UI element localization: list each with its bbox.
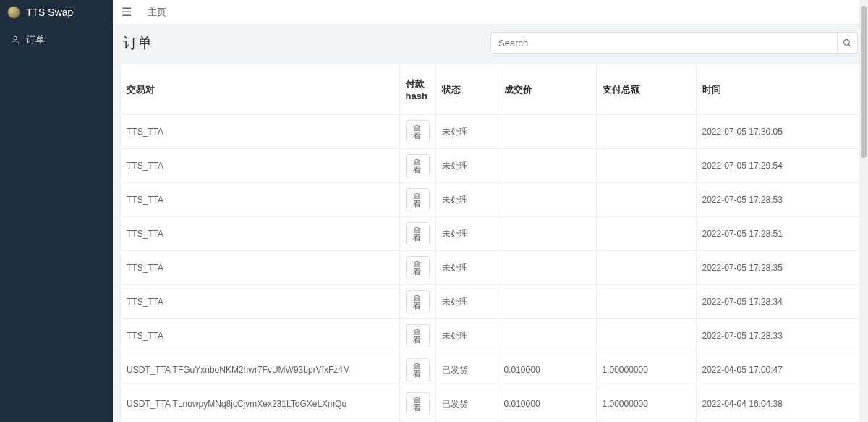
- view-button[interactable]: 查看: [406, 154, 430, 177]
- cell-pair: TTS_TTA: [121, 285, 399, 319]
- svg-point-0: [14, 36, 17, 40]
- th-hash: 付款hash: [399, 64, 435, 115]
- page-title: 订单: [123, 33, 152, 53]
- table-row: USDT_TTA TLnowpyMNq8jcCjvmXex231LToGXeLX…: [121, 387, 860, 421]
- cell-hash: 查看: [399, 183, 435, 217]
- orders-table: 交易对 付款hash 状态 成交价 支付总额 时间 TTS_TTA 查看 未处理…: [121, 64, 860, 422]
- table-row: USDT_TTA TFGuYxnboNKM2hwr7FvUMW93bprVfxF…: [121, 353, 860, 387]
- cell-price: [498, 285, 596, 319]
- main: ☰ 主页 订单 交易对 付款hash 状态 成交价 支付总额 时间: [113, 0, 868, 422]
- content-header: 订单: [113, 25, 868, 64]
- cell-time: 2022-04-05 17:00:47: [696, 353, 860, 387]
- cell-status: 未处理: [435, 149, 498, 183]
- cell-hash: 查看: [399, 251, 435, 285]
- table-row: TTS_TTA 查看 未处理 2022-07-05 17:30:05: [121, 115, 860, 149]
- th-amount: 支付总额: [596, 64, 696, 115]
- cell-status: 已发货: [435, 353, 498, 387]
- cell-time: 2022-07-05 17:28:34: [696, 285, 860, 319]
- cell-amount: [596, 217, 696, 251]
- cell-time: 2022-07-05 17:30:05: [696, 115, 860, 149]
- view-button[interactable]: 查看: [406, 358, 430, 381]
- table-row: TTS_TTA 查看 未处理 2022-07-05 17:28:34: [121, 285, 860, 319]
- search-group: [490, 32, 858, 54]
- cell-pair: TTS_TTA: [121, 319, 399, 353]
- app-logo-icon: [7, 6, 20, 19]
- cell-price: [498, 319, 596, 353]
- cell-hash: 查看: [399, 387, 435, 421]
- search-icon: [843, 38, 852, 48]
- cell-amount: 1.00000000: [596, 387, 696, 421]
- cell-amount: [596, 319, 696, 353]
- view-button[interactable]: 查看: [406, 120, 430, 143]
- cell-time: 2022-07-05 17:29:54: [696, 149, 860, 183]
- sidebar-item-label: 订单: [26, 33, 45, 46]
- breadcrumb[interactable]: 主页: [148, 6, 166, 19]
- view-button[interactable]: 查看: [406, 188, 430, 211]
- orders-card: 交易对 付款hash 状态 成交价 支付总额 时间 TTS_TTA 查看 未处理…: [120, 64, 861, 422]
- cell-status: 未处理: [435, 251, 498, 285]
- cell-pair: TTS_TTA: [121, 251, 399, 285]
- sidebar-header: TTS Swap: [0, 0, 113, 25]
- cell-amount: 1.00000000: [596, 353, 696, 387]
- svg-line-2: [848, 44, 851, 46]
- cell-hash: 查看: [399, 319, 435, 353]
- cell-hash: 查看: [399, 353, 435, 387]
- cell-status: 未处理: [435, 217, 498, 251]
- table-row: TTS_TTA 查看 未处理 2022-07-05 17:28:35: [121, 251, 860, 285]
- search-input[interactable]: [490, 32, 838, 54]
- table-row: TTS_TTA 查看 未处理 2022-07-05 17:28:53: [121, 183, 860, 217]
- svg-point-1: [844, 39, 850, 45]
- cell-price: [498, 251, 596, 285]
- view-button[interactable]: 查看: [406, 290, 430, 313]
- cell-status: 已发货: [435, 387, 498, 421]
- cell-price: [498, 183, 596, 217]
- cell-price: 0.010000: [498, 387, 596, 421]
- cell-pair: TTS_TTA: [121, 149, 399, 183]
- cell-price: [498, 217, 596, 251]
- cell-pair: TTS_TTA: [121, 217, 399, 251]
- cell-amount: [596, 183, 696, 217]
- cell-time: 2022-07-05 17:28:53: [696, 183, 860, 217]
- th-price: 成交价: [498, 64, 596, 115]
- sidebar: TTS Swap 订单: [0, 0, 113, 422]
- sidebar-item-orders[interactable]: 订单: [0, 25, 113, 55]
- cell-status: 未处理: [435, 319, 498, 353]
- cell-pair: USDT_TTA TFGuYxnboNKM2hwr7FvUMW93bprVfxF…: [121, 353, 399, 387]
- scroll-thumb[interactable]: [861, 6, 867, 158]
- cell-pair: TTS_TTA: [121, 115, 399, 149]
- cell-amount: [596, 285, 696, 319]
- topbar: ☰ 主页: [113, 0, 868, 25]
- table-row: TTS_TTA 查看 未处理 2022-07-05 17:28:51: [121, 217, 860, 251]
- th-time: 时间: [696, 64, 860, 115]
- cell-pair: TTS_TTA: [121, 183, 399, 217]
- cell-status: 未处理: [435, 115, 498, 149]
- view-button[interactable]: 查看: [406, 222, 430, 245]
- table-row: TTS_TTA 查看 未处理 2022-07-05 17:28:33: [121, 319, 860, 353]
- cell-amount: [596, 149, 696, 183]
- view-button[interactable]: 查看: [406, 256, 430, 279]
- th-status: 状态: [435, 64, 498, 115]
- cell-amount: [596, 115, 696, 149]
- cell-status: 未处理: [435, 285, 498, 319]
- cell-status: 未处理: [435, 183, 498, 217]
- cell-hash: 查看: [399, 285, 435, 319]
- view-button[interactable]: 查看: [406, 324, 430, 347]
- menu-toggle-icon[interactable]: ☰: [122, 7, 132, 18]
- cell-hash: 查看: [399, 115, 435, 149]
- cell-time: 2022-04-04 16:04:38: [696, 387, 860, 421]
- search-button[interactable]: [838, 32, 858, 54]
- view-button[interactable]: 查看: [406, 392, 430, 415]
- scrollbar[interactable]: [859, 0, 868, 422]
- cell-price: [498, 149, 596, 183]
- cell-time: 2022-07-05 17:28:35: [696, 251, 860, 285]
- table-header-row: 交易对 付款hash 状态 成交价 支付总额 时间: [121, 64, 860, 115]
- cell-price: 0.010000: [498, 353, 596, 387]
- table-row: TTS_TTA 查看 未处理 2022-07-05 17:29:54: [121, 149, 860, 183]
- user-icon: [10, 35, 20, 45]
- th-pair: 交易对: [121, 64, 399, 115]
- cell-amount: [596, 251, 696, 285]
- cell-pair: USDT_TTA TLnowpyMNq8jcCjvmXex231LToGXeLX…: [121, 387, 399, 421]
- cell-time: 2022-07-05 17:28:51: [696, 217, 860, 251]
- cell-price: [498, 115, 596, 149]
- app-title: TTS Swap: [26, 7, 73, 18]
